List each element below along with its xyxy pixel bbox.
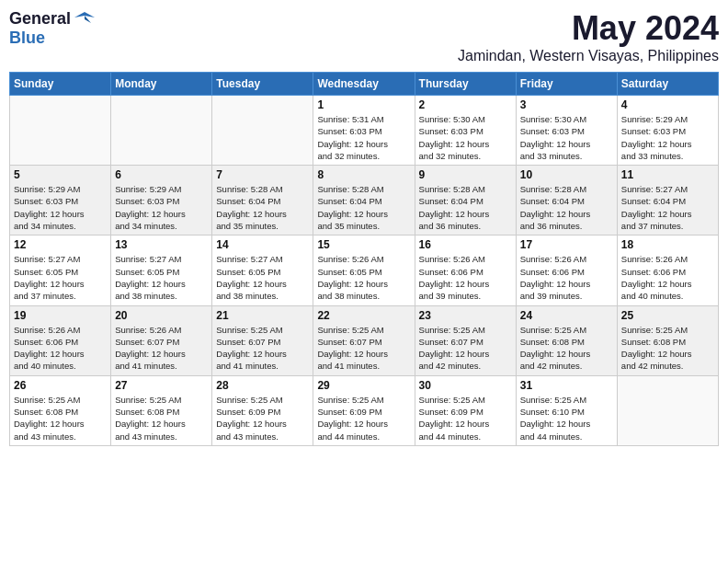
calendar-cell: 7Sunrise: 5:28 AM Sunset: 6:04 PM Daylig… <box>212 166 313 236</box>
calendar-header-wednesday: Wednesday <box>313 73 415 96</box>
day-info: Sunrise: 5:27 AM Sunset: 6:05 PM Dayligh… <box>216 253 309 302</box>
day-number: 14 <box>216 238 309 251</box>
day-number: 24 <box>520 309 613 322</box>
day-info: Sunrise: 5:25 AM Sunset: 6:09 PM Dayligh… <box>317 394 410 442</box>
calendar-header-monday: Monday <box>111 73 212 96</box>
day-number: 2 <box>419 98 512 111</box>
calendar-cell: 31Sunrise: 5:25 AM Sunset: 6:10 PM Dayli… <box>516 375 617 445</box>
day-number: 13 <box>115 238 208 251</box>
day-info: Sunrise: 5:28 AM Sunset: 6:04 PM Dayligh… <box>216 183 309 232</box>
day-info: Sunrise: 5:31 AM Sunset: 6:03 PM Dayligh… <box>317 113 410 162</box>
day-info: Sunrise: 5:25 AM Sunset: 6:10 PM Dayligh… <box>520 394 613 442</box>
day-info: Sunrise: 5:25 AM Sunset: 6:09 PM Dayligh… <box>216 394 309 442</box>
day-number: 12 <box>14 238 107 251</box>
day-number: 11 <box>621 168 714 181</box>
svg-marker-1 <box>85 16 91 23</box>
day-number: 5 <box>14 168 107 181</box>
day-number: 31 <box>520 379 613 392</box>
calendar-week-row: 5Sunrise: 5:29 AM Sunset: 6:03 PM Daylig… <box>10 166 719 236</box>
calendar-cell: 16Sunrise: 5:26 AM Sunset: 6:06 PM Dayli… <box>415 236 516 305</box>
calendar-cell: 28Sunrise: 5:25 AM Sunset: 6:09 PM Dayli… <box>212 375 313 445</box>
calendar-cell: 10Sunrise: 5:28 AM Sunset: 6:04 PM Dayli… <box>516 166 617 236</box>
day-info: Sunrise: 5:25 AM Sunset: 6:07 PM Dayligh… <box>317 324 410 373</box>
logo-bird-icon <box>74 10 95 27</box>
day-number: 28 <box>216 379 309 392</box>
day-info: Sunrise: 5:26 AM Sunset: 6:07 PM Dayligh… <box>115 324 208 373</box>
day-info: Sunrise: 5:27 AM Sunset: 6:05 PM Dayligh… <box>14 253 107 302</box>
day-info: Sunrise: 5:25 AM Sunset: 6:07 PM Dayligh… <box>419 324 512 373</box>
day-info: Sunrise: 5:25 AM Sunset: 6:07 PM Dayligh… <box>216 324 309 373</box>
day-number: 10 <box>520 168 613 181</box>
day-info: Sunrise: 5:26 AM Sunset: 6:06 PM Dayligh… <box>621 253 714 302</box>
day-info: Sunrise: 5:27 AM Sunset: 6:05 PM Dayligh… <box>115 253 208 302</box>
day-info: Sunrise: 5:28 AM Sunset: 6:04 PM Dayligh… <box>419 183 512 232</box>
calendar-cell: 8Sunrise: 5:28 AM Sunset: 6:04 PM Daylig… <box>313 166 415 236</box>
day-number: 16 <box>419 238 512 251</box>
logo-blue-text: Blue <box>9 29 45 47</box>
day-info: Sunrise: 5:25 AM Sunset: 6:08 PM Dayligh… <box>115 394 208 442</box>
calendar-header-saturday: Saturday <box>617 73 718 96</box>
calendar-header-tuesday: Tuesday <box>212 73 313 96</box>
calendar-cell: 15Sunrise: 5:26 AM Sunset: 6:05 PM Dayli… <box>313 236 415 305</box>
calendar-header-sunday: Sunday <box>10 73 111 96</box>
day-number: 23 <box>419 309 512 322</box>
calendar-cell: 18Sunrise: 5:26 AM Sunset: 6:06 PM Dayli… <box>617 236 718 305</box>
day-number: 18 <box>621 238 714 251</box>
calendar-cell: 13Sunrise: 5:27 AM Sunset: 6:05 PM Dayli… <box>111 236 212 305</box>
calendar-week-row: 1Sunrise: 5:31 AM Sunset: 6:03 PM Daylig… <box>10 96 719 166</box>
calendar-cell: 11Sunrise: 5:27 AM Sunset: 6:04 PM Dayli… <box>617 166 718 236</box>
day-info: Sunrise: 5:30 AM Sunset: 6:03 PM Dayligh… <box>419 113 512 162</box>
day-info: Sunrise: 5:28 AM Sunset: 6:04 PM Dayligh… <box>520 183 613 232</box>
day-number: 20 <box>115 309 208 322</box>
calendar-cell: 2Sunrise: 5:30 AM Sunset: 6:03 PM Daylig… <box>415 96 516 166</box>
day-number: 25 <box>621 309 714 322</box>
day-number: 26 <box>14 379 107 392</box>
day-info: Sunrise: 5:29 AM Sunset: 6:03 PM Dayligh… <box>621 113 714 162</box>
day-info: Sunrise: 5:29 AM Sunset: 6:03 PM Dayligh… <box>115 183 208 232</box>
day-number: 6 <box>115 168 208 181</box>
calendar-cell: 14Sunrise: 5:27 AM Sunset: 6:05 PM Dayli… <box>212 236 313 305</box>
day-info: Sunrise: 5:25 AM Sunset: 6:09 PM Dayligh… <box>419 394 512 442</box>
calendar-header-thursday: Thursday <box>415 73 516 96</box>
calendar-header-friday: Friday <box>516 73 617 96</box>
calendar-cell: 3Sunrise: 5:30 AM Sunset: 6:03 PM Daylig… <box>516 96 617 166</box>
calendar-cell: 21Sunrise: 5:25 AM Sunset: 6:07 PM Dayli… <box>212 305 313 375</box>
page-header: General Blue May 2024 Jamindan, Western … <box>9 9 719 64</box>
day-number: 15 <box>317 238 410 251</box>
calendar-table: SundayMondayTuesdayWednesdayThursdayFrid… <box>9 72 719 446</box>
day-info: Sunrise: 5:26 AM Sunset: 6:06 PM Dayligh… <box>14 324 107 373</box>
calendar-cell <box>617 375 718 445</box>
day-number: 30 <box>419 379 512 392</box>
calendar-week-row: 26Sunrise: 5:25 AM Sunset: 6:08 PM Dayli… <box>10 375 719 445</box>
calendar-cell: 4Sunrise: 5:29 AM Sunset: 6:03 PM Daylig… <box>617 96 718 166</box>
day-info: Sunrise: 5:26 AM Sunset: 6:06 PM Dayligh… <box>419 253 512 302</box>
calendar-cell: 22Sunrise: 5:25 AM Sunset: 6:07 PM Dayli… <box>313 305 415 375</box>
logo: General Blue <box>9 9 95 48</box>
calendar-cell: 30Sunrise: 5:25 AM Sunset: 6:09 PM Dayli… <box>415 375 516 445</box>
calendar-cell <box>10 96 111 166</box>
day-info: Sunrise: 5:29 AM Sunset: 6:03 PM Dayligh… <box>14 183 107 232</box>
day-number: 17 <box>520 238 613 251</box>
calendar-cell: 6Sunrise: 5:29 AM Sunset: 6:03 PM Daylig… <box>111 166 212 236</box>
title-block: May 2024 Jamindan, Western Visayas, Phil… <box>458 9 719 64</box>
day-info: Sunrise: 5:27 AM Sunset: 6:04 PM Dayligh… <box>621 183 714 232</box>
calendar-cell: 12Sunrise: 5:27 AM Sunset: 6:05 PM Dayli… <box>10 236 111 305</box>
calendar-cell: 23Sunrise: 5:25 AM Sunset: 6:07 PM Dayli… <box>415 305 516 375</box>
day-number: 8 <box>317 168 410 181</box>
calendar-cell: 5Sunrise: 5:29 AM Sunset: 6:03 PM Daylig… <box>10 166 111 236</box>
day-number: 27 <box>115 379 208 392</box>
calendar-cell: 27Sunrise: 5:25 AM Sunset: 6:08 PM Dayli… <box>111 375 212 445</box>
day-info: Sunrise: 5:26 AM Sunset: 6:05 PM Dayligh… <box>317 253 410 302</box>
calendar-cell <box>111 96 212 166</box>
day-info: Sunrise: 5:25 AM Sunset: 6:08 PM Dayligh… <box>621 324 714 373</box>
day-number: 1 <box>317 98 410 111</box>
calendar-cell: 1Sunrise: 5:31 AM Sunset: 6:03 PM Daylig… <box>313 96 415 166</box>
calendar-week-row: 19Sunrise: 5:26 AM Sunset: 6:06 PM Dayli… <box>10 305 719 375</box>
day-number: 29 <box>317 379 410 392</box>
day-number: 19 <box>14 309 107 322</box>
calendar-cell: 9Sunrise: 5:28 AM Sunset: 6:04 PM Daylig… <box>415 166 516 236</box>
calendar-cell: 25Sunrise: 5:25 AM Sunset: 6:08 PM Dayli… <box>617 305 718 375</box>
logo-general-text: General <box>9 9 71 29</box>
day-number: 4 <box>621 98 714 111</box>
day-number: 21 <box>216 309 309 322</box>
